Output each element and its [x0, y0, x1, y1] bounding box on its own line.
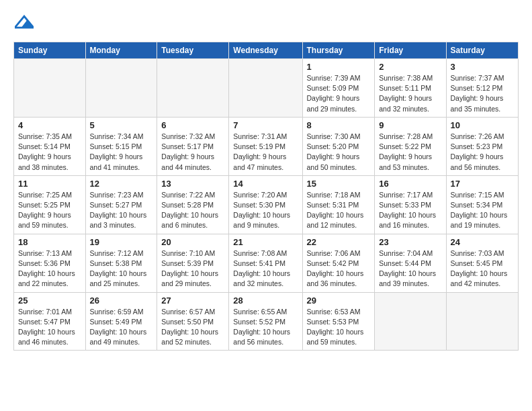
day-number: 9 [379, 120, 441, 130]
calendar-cell: 23Sunrise: 7:04 AMSunset: 5:44 PMDayligh… [375, 234, 446, 292]
day-header-wednesday: Wednesday [229, 42, 302, 59]
day-number: 6 [161, 120, 224, 130]
calendar-cell: 17Sunrise: 7:15 AMSunset: 5:34 PMDayligh… [446, 175, 518, 234]
calendar-cell: 5Sunrise: 7:34 AMSunset: 5:15 PMDaylight… [85, 117, 157, 175]
day-header-saturday: Saturday [446, 42, 518, 59]
week-row-2: 4Sunrise: 7:35 AMSunset: 5:14 PMDaylight… [14, 117, 519, 175]
logo-icon [15, 12, 34, 31]
week-row-4: 18Sunrise: 7:13 AMSunset: 5:36 PMDayligh… [14, 234, 519, 292]
calendar-cell: 7Sunrise: 7:31 AMSunset: 5:19 PMDaylight… [229, 117, 302, 175]
day-number: 3 [451, 62, 514, 72]
day-number: 25 [18, 295, 81, 306]
day-number: 1 [307, 62, 371, 72]
day-header-monday: Monday [85, 42, 157, 59]
day-info: Sunrise: 7:04 AMSunset: 5:44 PMDaylight:… [379, 248, 441, 289]
day-info: Sunrise: 7:30 AMSunset: 5:20 PMDaylight:… [307, 132, 371, 173]
week-row-1: 1Sunrise: 7:39 AMSunset: 5:09 PMDaylight… [14, 59, 519, 118]
calendar-cell [85, 59, 157, 118]
calendar-cell [375, 292, 446, 351]
day-info: Sunrise: 7:34 AMSunset: 5:15 PMDaylight:… [90, 132, 153, 173]
day-number: 16 [379, 179, 441, 189]
day-number: 21 [233, 237, 298, 247]
calendar-cell: 15Sunrise: 7:18 AMSunset: 5:31 PMDayligh… [302, 175, 375, 234]
day-number: 14 [233, 179, 298, 189]
day-info: Sunrise: 7:28 AMSunset: 5:22 PMDaylight:… [379, 132, 441, 173]
day-number: 5 [90, 120, 153, 130]
day-info: Sunrise: 7:39 AMSunset: 5:09 PMDaylight:… [307, 73, 371, 114]
day-info: Sunrise: 7:01 AMSunset: 5:47 PMDaylight:… [18, 307, 81, 348]
day-number: 26 [90, 295, 153, 306]
day-info: Sunrise: 7:03 AMSunset: 5:45 PMDaylight:… [451, 248, 514, 289]
day-info: Sunrise: 7:38 AMSunset: 5:11 PMDaylight:… [379, 73, 441, 114]
day-number: 24 [451, 237, 514, 247]
day-number: 22 [307, 237, 371, 247]
calendar-cell: 9Sunrise: 7:28 AMSunset: 5:22 PMDaylight… [375, 117, 446, 175]
day-info: Sunrise: 7:37 AMSunset: 5:12 PMDaylight:… [451, 73, 514, 114]
day-number: 15 [307, 179, 371, 189]
day-info: Sunrise: 7:10 AMSunset: 5:39 PMDaylight:… [161, 248, 224, 289]
day-info: Sunrise: 7:06 AMSunset: 5:42 PMDaylight:… [307, 248, 371, 289]
calendar-cell: 6Sunrise: 7:32 AMSunset: 5:17 PMDaylight… [157, 117, 229, 175]
calendar-cell [229, 59, 302, 118]
day-info: Sunrise: 6:55 AMSunset: 5:52 PMDaylight:… [233, 307, 298, 348]
calendar-cell: 2Sunrise: 7:38 AMSunset: 5:11 PMDaylight… [375, 59, 446, 118]
days-header-row: SundayMondayTuesdayWednesdayThursdayFrid… [14, 42, 519, 59]
calendar-cell [446, 292, 518, 351]
day-info: Sunrise: 7:17 AMSunset: 5:33 PMDaylight:… [379, 190, 441, 231]
day-info: Sunrise: 7:18 AMSunset: 5:31 PMDaylight:… [307, 190, 371, 231]
day-number: 18 [18, 237, 81, 247]
logo [13, 12, 34, 34]
calendar-cell: 1Sunrise: 7:39 AMSunset: 5:09 PMDaylight… [302, 59, 375, 118]
header [13, 12, 519, 34]
calendar-page: SundayMondayTuesdayWednesdayThursdayFrid… [0, 0, 532, 357]
calendar-cell: 24Sunrise: 7:03 AMSunset: 5:45 PMDayligh… [446, 234, 518, 292]
day-number: 17 [451, 179, 514, 189]
day-number: 2 [379, 62, 441, 72]
day-info: Sunrise: 7:15 AMSunset: 5:34 PMDaylight:… [451, 190, 514, 231]
day-number: 7 [233, 120, 298, 130]
day-number: 23 [379, 237, 441, 247]
day-header-friday: Friday [375, 42, 446, 59]
day-header-sunday: Sunday [14, 42, 86, 59]
calendar-cell: 29Sunrise: 6:53 AMSunset: 5:53 PMDayligh… [302, 292, 375, 351]
calendar-cell: 10Sunrise: 7:26 AMSunset: 5:23 PMDayligh… [446, 117, 518, 175]
day-info: Sunrise: 7:22 AMSunset: 5:28 PMDaylight:… [161, 190, 224, 231]
day-number: 8 [307, 120, 371, 130]
calendar-cell: 11Sunrise: 7:25 AMSunset: 5:25 PMDayligh… [14, 175, 86, 234]
day-number: 19 [90, 237, 153, 247]
day-number: 10 [451, 120, 514, 130]
day-number: 13 [161, 179, 224, 189]
calendar-cell: 25Sunrise: 7:01 AMSunset: 5:47 PMDayligh… [14, 292, 86, 351]
calendar-cell: 4Sunrise: 7:35 AMSunset: 5:14 PMDaylight… [14, 117, 86, 175]
day-info: Sunrise: 7:13 AMSunset: 5:36 PMDaylight:… [18, 248, 81, 289]
calendar-cell: 27Sunrise: 6:57 AMSunset: 5:50 PMDayligh… [157, 292, 229, 351]
day-number: 20 [161, 237, 224, 247]
calendar-cell [14, 59, 86, 118]
calendar-cell: 14Sunrise: 7:20 AMSunset: 5:30 PMDayligh… [229, 175, 302, 234]
day-info: Sunrise: 6:59 AMSunset: 5:49 PMDaylight:… [90, 307, 153, 348]
calendar-cell: 21Sunrise: 7:08 AMSunset: 5:41 PMDayligh… [229, 234, 302, 292]
day-number: 27 [161, 295, 224, 306]
calendar-cell: 3Sunrise: 7:37 AMSunset: 5:12 PMDaylight… [446, 59, 518, 118]
day-header-tuesday: Tuesday [157, 42, 229, 59]
calendar-cell: 18Sunrise: 7:13 AMSunset: 5:36 PMDayligh… [14, 234, 86, 292]
calendar-cell: 26Sunrise: 6:59 AMSunset: 5:49 PMDayligh… [85, 292, 157, 351]
calendar-cell: 12Sunrise: 7:23 AMSunset: 5:27 PMDayligh… [85, 175, 157, 234]
day-info: Sunrise: 7:32 AMSunset: 5:17 PMDaylight:… [161, 132, 224, 173]
week-row-5: 25Sunrise: 7:01 AMSunset: 5:47 PMDayligh… [14, 292, 519, 351]
calendar-table: SundayMondayTuesdayWednesdayThursdayFrid… [13, 42, 519, 351]
day-info: Sunrise: 7:31 AMSunset: 5:19 PMDaylight:… [233, 132, 298, 173]
day-info: Sunrise: 7:12 AMSunset: 5:38 PMDaylight:… [90, 248, 153, 289]
day-info: Sunrise: 7:08 AMSunset: 5:41 PMDaylight:… [233, 248, 298, 289]
day-info: Sunrise: 6:53 AMSunset: 5:53 PMDaylight:… [307, 307, 371, 348]
calendar-cell: 28Sunrise: 6:55 AMSunset: 5:52 PMDayligh… [229, 292, 302, 351]
day-info: Sunrise: 7:35 AMSunset: 5:14 PMDaylight:… [18, 132, 81, 173]
day-info: Sunrise: 7:26 AMSunset: 5:23 PMDaylight:… [451, 132, 514, 173]
calendar-cell: 13Sunrise: 7:22 AMSunset: 5:28 PMDayligh… [157, 175, 229, 234]
calendar-cell [157, 59, 229, 118]
calendar-cell: 20Sunrise: 7:10 AMSunset: 5:39 PMDayligh… [157, 234, 229, 292]
day-number: 11 [18, 179, 81, 189]
day-info: Sunrise: 6:57 AMSunset: 5:50 PMDaylight:… [161, 307, 224, 348]
day-header-thursday: Thursday [302, 42, 375, 59]
calendar-cell: 16Sunrise: 7:17 AMSunset: 5:33 PMDayligh… [375, 175, 446, 234]
